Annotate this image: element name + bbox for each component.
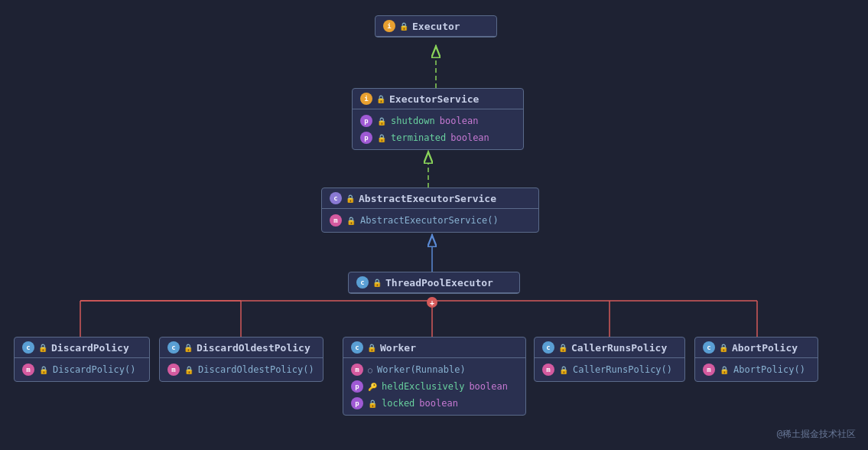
dp-method-badge: m [22,364,34,376]
executor-badge-i: i [383,20,395,32]
tpe-label: ThreadPoolExecutor [385,277,493,289]
worker-header: c 🔒 Worker [343,338,525,358]
discardoldestpolicy-box: c 🔒 DiscardOldestPolicy m 🔒 DiscardOldes… [159,337,323,382]
crp-method-lock: 🔒 [559,366,568,374]
held-badge: p [351,380,363,393]
abstractexecutorservice-header: c 🔒 AbstractExecutorService [322,188,538,209]
abortpolicy-box: c 🔒 AbortPolicy m 🔒 AbortPolicy() [694,337,818,382]
dop-lock: 🔒 [184,344,193,352]
ap-lock: 🔒 [719,344,728,352]
method-discardoldestpolicy: m 🔒 DiscardOldestPolicy() [160,361,323,378]
abstractexecutorservice-body: m 🔒 AbstractExecutorService() [322,209,538,232]
dop-method-lock: 🔒 [184,366,193,374]
diagram-container: + i 🔒 Executor i 🔒 ExecutorService p 🔒 s… [0,0,868,450]
abortpolicy-header: c 🔒 AbortPolicy [695,338,818,358]
executorservice-lock: 🔒 [376,95,385,103]
discardpolicy-body: m 🔒 DiscardPolicy() [15,358,149,381]
held-type: boolean [469,381,508,392]
ap-method-lock: 🔒 [720,366,729,374]
shutdown-lock: 🔒 [377,117,386,126]
field-heldexclusively: p 🔑 heldExclusively boolean [343,378,525,395]
ap-method-badge: m [703,364,715,376]
worker-method-name: Worker(Runnable) [377,364,466,375]
dop-label: DiscardOldestPolicy [197,342,310,354]
dp-method-name: DiscardPolicy() [53,364,135,375]
shutdown-type: boolean [440,116,479,126]
crp-lock: 🔒 [558,344,567,352]
terminated-lock: 🔒 [377,134,386,142]
shutdown-badge: p [360,115,372,127]
locked-badge: p [351,397,363,409]
abstract-label: AbstractExecutorService [359,193,496,204]
method-abortpolicy: m 🔒 AbortPolicy() [695,361,818,378]
terminated-type: boolean [450,132,489,143]
tpe-badge-c: c [356,276,369,289]
crp-method-name: CallerRunsPolicy() [573,364,672,375]
worker-badge-c: c [351,341,363,354]
dp-label: DiscardPolicy [51,342,129,354]
held-key: 🔑 [368,383,377,391]
crp-badge-c: c [542,341,554,354]
abstractexecutorservice-box: c 🔒 AbstractExecutorService m 🔒 Abstract… [321,188,539,233]
worker-body: m ○ Worker(Runnable) p 🔑 heldExclusively… [343,358,525,415]
abstract-method-name: AbstractExecutorService() [360,215,499,226]
worker-method-open: ○ [368,366,372,374]
abstract-badge-c: c [330,192,342,204]
terminated-name: terminated [391,132,446,143]
callerrunspolicy-box: c 🔒 CallerRunsPolicy m 🔒 CallerRunsPolic… [534,337,685,382]
dp-badge-c: c [22,341,34,354]
field-locked: p 🔒 locked boolean [343,395,525,412]
method-abstractexecutorservice: m 🔒 AbstractExecutorService() [322,212,538,229]
plus-badge: + [427,297,437,308]
method-callerrunspolicy: m 🔒 CallerRunsPolicy() [535,361,684,378]
discardoldestpolicy-header: c 🔒 DiscardOldestPolicy [160,338,323,358]
executor-box: i 🔒 Executor [375,15,497,38]
locked-lock: 🔒 [368,399,377,408]
ap-method-name: AbortPolicy() [733,364,805,375]
method-worker-runnable: m ○ Worker(Runnable) [343,361,525,378]
dop-method-badge: m [167,364,180,376]
dop-badge-c: c [167,341,180,354]
abstract-method-badge: m [330,214,342,227]
dp-lock: 🔒 [38,344,47,352]
executor-lock: 🔒 [399,22,408,31]
worker-lock: 🔒 [367,344,376,352]
worker-box: c 🔒 Worker m ○ Worker(Runnable) p 🔑 held… [343,337,526,416]
method-discardpolicy: m 🔒 DiscardPolicy() [15,361,149,378]
discardoldestpolicy-body: m 🔒 DiscardOldestPolicy() [160,358,323,381]
held-name: heldExclusively [382,381,464,392]
field-terminated: p 🔒 terminated boolean [353,129,523,146]
executorservice-box: i 🔒 ExecutorService p 🔒 shutdown boolean… [352,88,524,150]
worker-label: Worker [380,342,416,354]
shutdown-name: shutdown [391,116,435,126]
worker-method-badge: m [351,364,363,376]
executor-header: i 🔒 Executor [375,16,496,37]
terminated-badge: p [360,132,372,144]
executor-label: Executor [412,21,460,32]
crp-label: CallerRunsPolicy [571,342,667,354]
callerrunspolicy-body: m 🔒 CallerRunsPolicy() [535,358,684,381]
abortpolicy-body: m 🔒 AbortPolicy() [695,358,818,381]
threadpoolexecutor-box: c 🔒 ThreadPoolExecutor [348,272,520,294]
threadpoolexecutor-header: c 🔒 ThreadPoolExecutor [349,272,519,293]
dop-method-name: DiscardOldestPolicy() [198,364,314,375]
watermark: @稀土掘金技术社区 [777,428,856,441]
locked-name: locked [382,398,414,409]
executorservice-label: ExecutorService [389,93,479,105]
callerrunspolicy-header: c 🔒 CallerRunsPolicy [535,338,684,358]
dp-method-lock: 🔒 [39,366,48,374]
field-shutdown: p 🔒 shutdown boolean [353,112,523,129]
ap-badge-c: c [703,341,715,354]
executorservice-badge-i: i [360,93,372,105]
crp-method-badge: m [542,364,554,376]
abstract-method-lock: 🔒 [346,217,356,225]
ap-label: AbortPolicy [732,342,798,354]
abstract-lock: 🔒 [346,194,355,203]
executorservice-body: p 🔒 shutdown boolean p 🔒 terminated bool… [353,109,523,149]
tpe-lock: 🔒 [372,279,382,287]
discardpolicy-header: c 🔒 DiscardPolicy [15,338,149,358]
locked-type: boolean [419,398,458,409]
discardpolicy-box: c 🔒 DiscardPolicy m 🔒 DiscardPolicy() [14,337,150,382]
executorservice-header: i 🔒 ExecutorService [353,89,523,109]
